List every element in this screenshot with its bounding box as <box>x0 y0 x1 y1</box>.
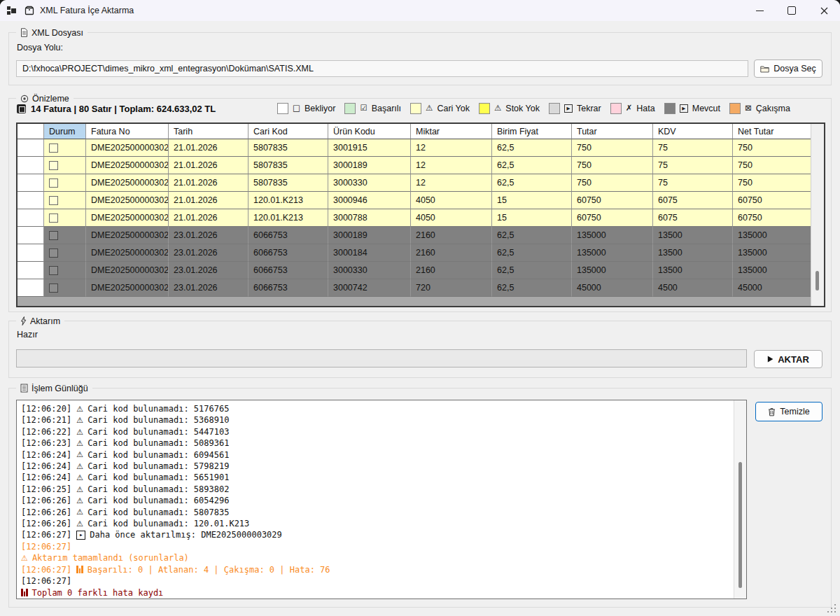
legend-item-stok-yok: ⚠Stok Yok <box>479 103 540 114</box>
log-timestamp: [12:06:24] <box>21 461 71 472</box>
table-row[interactable]: DME202500000302321.01.2026120.01.K213300… <box>18 192 811 209</box>
maximize-button[interactable] <box>776 0 808 21</box>
table-row[interactable]: DME202500000302923.01.202660667533000330… <box>18 262 811 279</box>
file-path-input[interactable] <box>16 60 748 77</box>
column-header-cari-kod[interactable]: Cari Kod <box>248 124 328 139</box>
column-header-miktar[interactable]: Miktar <box>411 124 492 139</box>
cell-kdv: 75 <box>653 139 733 157</box>
minimize-button[interactable] <box>743 0 776 21</box>
warning-icon: ⚠ <box>76 428 83 436</box>
grid-header-row: DurumFatura NoTarihCari KodÜrün KoduMikt… <box>18 124 811 139</box>
column-header-net-tutar[interactable]: Net Tutar <box>733 124 811 139</box>
durum-cell <box>44 139 86 157</box>
cell-tutar: 60750 <box>572 209 653 227</box>
row-checkbox[interactable] <box>49 178 58 188</box>
log-timestamp: [12:06:26] <box>21 507 71 518</box>
transfer-section: Aktarım Hazır AKTAR <box>8 321 832 378</box>
legend-item-mevcut: ▶Mevcut <box>664 103 720 114</box>
column-header-kdv[interactable]: KDV <box>653 124 733 139</box>
grid-scrollbar-thumb[interactable] <box>816 271 819 290</box>
cell-cari-kod: 5807835 <box>248 139 328 157</box>
invoice-grid: DurumFatura NoTarihCari KodÜrün KoduMikt… <box>16 122 825 307</box>
row-selector-cell[interactable] <box>18 262 44 279</box>
row-checkbox[interactable] <box>49 214 58 223</box>
partial-row <box>18 297 811 306</box>
table-row[interactable]: DME202500000302221.01.202658078353000189… <box>18 157 811 174</box>
cell-cari-kod: 5807835 <box>248 174 328 192</box>
row-checkbox[interactable] <box>49 196 58 205</box>
row-selector-cell[interactable] <box>18 279 44 297</box>
log-line: [12:06:22]⚠Cari kod bulunamadı: 5447103 <box>21 426 732 438</box>
column-header-durum[interactable]: Durum <box>44 124 86 139</box>
legend-swatch <box>549 103 560 114</box>
row-selector-cell[interactable] <box>18 157 44 174</box>
row-selector-cell[interactable] <box>18 209 44 227</box>
close-button[interactable] <box>808 0 840 21</box>
column-header-tutar[interactable]: Tutar <box>572 124 653 139</box>
legend-swatch <box>729 103 741 114</box>
table-row[interactable]: DME202500000302221.01.202658078353000330… <box>18 174 811 192</box>
play-icon <box>767 356 774 363</box>
aktar-button[interactable]: AKTAR <box>754 350 822 368</box>
package-icon <box>24 6 34 15</box>
cell-kdv: 75 <box>653 174 733 192</box>
cell-miktar: 12 <box>411 139 492 157</box>
cell-miktar: 12 <box>411 157 492 174</box>
cell-tarih: 21.01.2026 <box>169 174 248 192</box>
column-header-fatura-no[interactable]: Fatura No <box>86 124 169 139</box>
legend-label: Bekliyor <box>304 104 335 113</box>
row-checkbox[interactable] <box>49 266 58 275</box>
table-row[interactable]: DME202500000302923.01.202660667533000189… <box>18 227 811 244</box>
choose-file-button[interactable]: Dosya Seç <box>754 59 822 78</box>
preview-section: Önizleme 14 Fatura | 80 Satır | Toplam: … <box>8 98 832 312</box>
legend-label: Cari Yok <box>437 104 470 113</box>
legend-item-bekliyor: □Bekliyor <box>277 103 335 114</box>
log-line: [12:06:24]⚠Cari kod bulunamadı: 6094561 <box>21 449 732 461</box>
row-checkbox[interactable] <box>49 248 58 258</box>
row-checkbox[interactable] <box>49 284 58 293</box>
log-output[interactable]: [12:06:20]⚠Cari kod bulunamadı: 5176765[… <box>16 400 747 599</box>
table-row[interactable]: DME202500000302221.01.202658078353001915… <box>18 139 811 157</box>
row-selector-cell[interactable] <box>18 227 44 244</box>
column-header-birim-fiyat[interactable]: Birim Fiyat <box>492 124 572 139</box>
legend-item-tekrar: ▶Tekrar <box>549 103 601 114</box>
target-icon <box>20 94 29 103</box>
cell-ürün-kodu: 3000742 <box>328 279 411 297</box>
row-checkbox[interactable] <box>49 161 58 170</box>
log-timestamp: [12:06:26] <box>21 518 71 529</box>
row-checkbox[interactable] <box>49 231 58 240</box>
row-checkbox[interactable] <box>49 144 58 153</box>
table-row[interactable]: DME202500000302321.01.2026120.01.K213300… <box>18 209 811 227</box>
trash-icon <box>768 407 776 416</box>
table-row[interactable]: DME202500000302923.01.202660667533000742… <box>18 279 811 297</box>
row-selector-cell[interactable] <box>18 192 44 209</box>
cell-ürün-kodu: 3000189 <box>328 227 411 244</box>
column-header-selector[interactable] <box>18 124 44 139</box>
row-selector-cell[interactable] <box>18 139 44 157</box>
cell-miktar: 2160 <box>411 262 492 279</box>
table-row[interactable]: DME202500000302923.01.202660667533000184… <box>18 244 811 262</box>
row-selector-cell[interactable] <box>18 174 44 192</box>
column-header-ürün-kodu[interactable]: Ürün Kodu <box>328 124 411 139</box>
legend-swatch <box>410 103 421 114</box>
cell-tarih: 23.01.2026 <box>169 227 248 244</box>
warning-icon: ⚠ <box>76 474 83 482</box>
column-header-tarih[interactable]: Tarih <box>169 124 248 139</box>
cell-tarih: 21.01.2026 <box>169 209 248 227</box>
row-selector-cell[interactable] <box>18 244 44 262</box>
log-message: Cari kod bulunamadı: 5368910 <box>88 414 229 426</box>
warning-icon: ⚠ <box>76 520 83 528</box>
log-line: [12:06:26]⚠Cari kod bulunamadı: 120.01.K… <box>21 518 732 529</box>
log-message: Toplam 0 farklı hata kaydı <box>32 587 164 598</box>
log-message: Cari kod bulunamadı: 6094561 <box>88 449 229 461</box>
log-timestamp: [12:06:27] <box>21 575 71 587</box>
status-legend: □Bekliyor☑Başarılı⚠Cari Yok⚠Stok Yok▶Tek… <box>277 103 790 114</box>
cell-net-tutar: 45000 <box>733 279 811 297</box>
log-scrollbar[interactable] <box>734 400 746 598</box>
log-scrollbar-thumb[interactable] <box>738 462 742 588</box>
resize-grip[interactable] <box>827 604 836 612</box>
log-timestamp: [12:06:24] <box>21 472 71 483</box>
cell-net-tutar: 60750 <box>733 192 811 209</box>
grid-scrollbar[interactable] <box>811 124 824 306</box>
clear-log-button[interactable]: Temizle <box>755 402 822 421</box>
